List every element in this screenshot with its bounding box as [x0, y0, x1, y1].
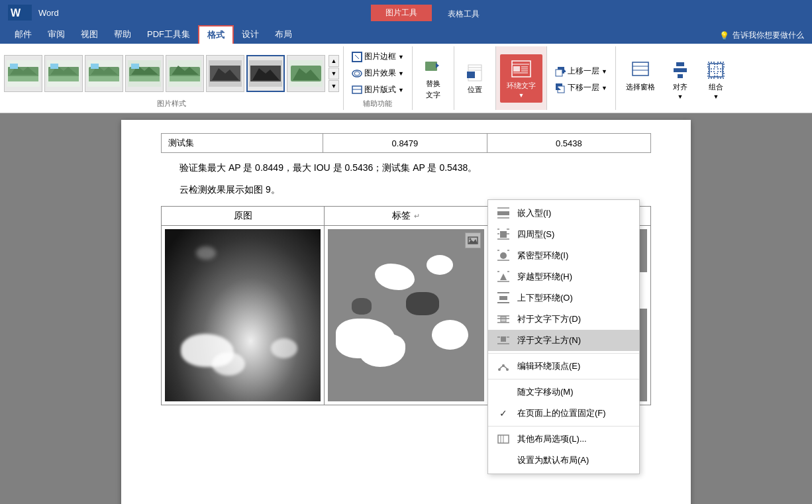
menu-item-topbottom-label: 上下型环绕(O) [517, 292, 573, 304]
send-backward-arrow: ▼ [601, 85, 607, 91]
send-backward-icon [555, 83, 566, 93]
replace-section: 替换 文字 [413, 46, 454, 110]
img-cell-original [162, 226, 325, 405]
arrange-content: 选择窗格 对齐 ▼ 组合 ▼ [620, 49, 733, 110]
pic-border-arrow: ▼ [398, 54, 404, 60]
order-content: 上移一层 ▼ 下移一层 ▼ [551, 49, 611, 110]
svg-rect-14 [89, 76, 119, 81]
img-style-3[interactable] [85, 55, 123, 92]
tab-pdf[interactable]: PDF工具集 [139, 25, 198, 44]
send-backward-btn[interactable]: 下移一层 ▼ [551, 80, 611, 95]
align-label: 对齐 [673, 82, 687, 92]
tab-mail[interactable]: 邮件 [7, 25, 40, 44]
tab-view[interactable]: 视图 [73, 25, 106, 44]
position-btn[interactable]: 位置 [458, 59, 491, 98]
position-label: 位置 [468, 85, 482, 95]
menu-item-inline[interactable]: 嵌入型(I) [488, 203, 639, 224]
tab-format[interactable]: 格式 [198, 25, 234, 44]
editpoints-icon [496, 359, 511, 374]
wrap-text-icon [511, 58, 532, 79]
scroll-down[interactable]: ▼ [329, 68, 339, 79]
menu-item-tight[interactable]: 紧密型环绕(I) [488, 245, 639, 266]
paragraph-2-text: 云检测效果展示如图 9。 [179, 184, 280, 195]
doc-table: 测试集 0.8479 0.5438 [161, 133, 651, 153]
original-image [165, 229, 321, 401]
pic-border-btn[interactable]: 图片边框 ▼ [348, 49, 408, 64]
img-style-1[interactable] [4, 55, 42, 92]
table-col1: 0.8479 [323, 134, 487, 153]
tab-help[interactable]: 帮助 [106, 25, 139, 44]
svg-rect-63 [678, 74, 683, 78]
ribbon-tab-bar: 邮件 审阅 视图 帮助 PDF工具集 格式 设计 布局 💡 告诉我你想要做什么 [0, 25, 812, 44]
svg-rect-48 [513, 66, 520, 72]
pic-effect-btn[interactable]: 图片效果 ▼ [348, 66, 408, 81]
group-btn[interactable]: 组合 ▼ [699, 56, 733, 103]
table-row-header: 测试集 [162, 134, 323, 153]
menu-item-square[interactable]: 四周型(S) [488, 224, 639, 245]
auxiliary-section: 图片边框 ▼ 图片效果 ▼ 图片版式 ▼ [344, 46, 413, 110]
bring-forward-btn[interactable]: 上移一层 ▼ [551, 64, 611, 79]
img-style-5[interactable] [166, 55, 204, 92]
selection-pane-icon [630, 60, 651, 81]
scroll-up[interactable]: ▲ [329, 55, 339, 67]
menu-item-movetext-label: 随文字移动(M) [517, 386, 574, 398]
pic-layout-btn[interactable]: 图片版式 ▼ [348, 82, 408, 97]
table-tools-tab[interactable]: 表格工具 [434, 7, 493, 21]
align-btn[interactable]: 对齐 ▼ [664, 56, 697, 103]
svg-rect-62 [674, 68, 687, 72]
svg-rect-94 [501, 317, 506, 322]
default-icon [496, 453, 511, 468]
tab-review[interactable]: 审阅 [40, 25, 73, 44]
align-icon [670, 60, 691, 81]
tell-me-box[interactable]: 💡 告诉我你想要做什么 [711, 27, 812, 44]
app-logo: W [7, 4, 33, 21]
aux-content: 图片边框 ▼ 图片效果 ▼ 图片版式 ▼ [348, 49, 408, 97]
tab-layout[interactable]: 布局 [267, 25, 300, 44]
replace-btn[interactable]: 替换 文字 [417, 53, 450, 103]
menu-item-topbottom[interactable]: 上下型环绕(O) [488, 287, 639, 309]
scroll-expand[interactable]: ▼ [329, 80, 339, 92]
pic-layout-label: 图片版式 [364, 84, 396, 95]
svg-rect-16 [91, 64, 99, 69]
pic-styles-content: ▲ ▼ ▼ [4, 49, 339, 97]
menu-item-movetext[interactable]: 随文字移动(M) [488, 381, 639, 403]
movetext-icon [496, 385, 511, 399]
menu-item-editpoints[interactable]: 编辑环绕顶点(E) [488, 356, 639, 377]
replace-section-label [417, 107, 450, 110]
svg-point-38 [354, 72, 360, 76]
menu-item-behind[interactable]: 衬于文字下方(D) [488, 309, 639, 330]
img-style-6[interactable] [206, 55, 244, 92]
position-content: 位置 [458, 49, 491, 107]
menu-divider-3 [488, 426, 639, 427]
wrap-text-arrow: ▼ [518, 92, 524, 99]
img-style-2[interactable] [44, 55, 83, 92]
title-bar-left: W Word [7, 4, 59, 21]
pic-effect-label: 图片效果 [364, 68, 396, 79]
replace-label: 替换 [426, 79, 440, 89]
menu-item-more[interactable]: 其他布局选项(L)... [488, 428, 639, 450]
pic-effect-icon [352, 68, 362, 79]
tab-design[interactable]: 设计 [234, 25, 267, 44]
img-style-7[interactable] [246, 55, 285, 92]
menu-item-fixpage[interactable]: ✓ 在页面上的位置固定(F) [488, 403, 639, 424]
paragraph-1-text: 验证集最大 AP 是 0.8449，最大 IOU 是 0.5436；测试集 AP… [179, 162, 477, 173]
img-style-8[interactable] [287, 55, 325, 92]
selection-pane-btn[interactable]: 选择窗格 [620, 56, 661, 103]
wrap-text-btn[interactable]: 环绕文字 ▼ [500, 54, 542, 103]
menu-item-through[interactable]: 穿越型环绕(H) [488, 266, 639, 287]
menu-item-default[interactable]: 设置为默认布局(A) [488, 450, 639, 471]
table-col2: 0.5438 [487, 134, 650, 153]
pic-styles-label: 图片样式 [4, 97, 339, 110]
svg-rect-89 [499, 296, 507, 300]
send-backward-label: 下移一层 [568, 82, 599, 93]
svg-point-100 [498, 368, 501, 371]
img-header-2: 标签 ↵ [325, 207, 487, 226]
picture-tools-tab[interactable]: 图片工具 [371, 5, 432, 21]
position-section-label [458, 107, 491, 110]
picture-tools-label: 图片工具 [371, 5, 432, 21]
menu-item-infront[interactable]: 浮于文字上方(N) [488, 330, 639, 351]
svg-rect-53 [556, 70, 562, 76]
img-style-4[interactable] [125, 55, 164, 92]
svg-point-71 [469, 238, 471, 240]
scroll-arrows: ▲ ▼ ▼ [329, 55, 339, 92]
